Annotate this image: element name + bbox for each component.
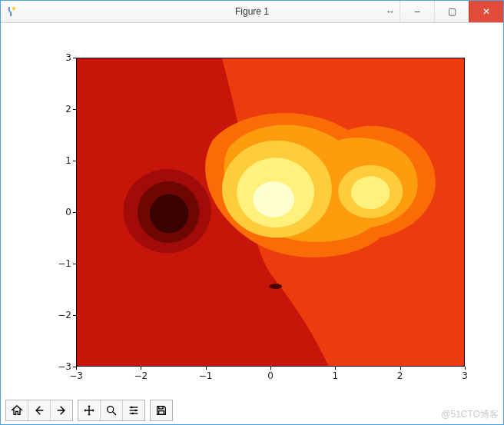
svg-point-4 bbox=[253, 181, 294, 217]
svg-point-6 bbox=[351, 176, 390, 209]
x-tick-label: 1 bbox=[333, 370, 339, 381]
pan-button[interactable] bbox=[78, 400, 101, 420]
watermark-text: @51CTO博客 bbox=[441, 408, 499, 421]
svg-point-17 bbox=[134, 410, 137, 412]
y-tick-mark bbox=[73, 315, 76, 316]
move-icon bbox=[83, 404, 95, 417]
close-button[interactable]: ✕ bbox=[469, 1, 503, 22]
y-tick-mark bbox=[73, 161, 76, 161]
y-tick-mark bbox=[73, 367, 76, 367]
x-tick-mark bbox=[270, 367, 271, 370]
home-icon bbox=[11, 404, 23, 417]
toolbar-group-save bbox=[150, 400, 173, 421]
arrow-left-icon bbox=[33, 404, 45, 417]
x-tick-label: −3 bbox=[69, 370, 83, 381]
x-tick-label: 3 bbox=[462, 370, 468, 381]
svg-rect-19 bbox=[159, 407, 163, 409]
matplotlib-toolbar bbox=[5, 400, 173, 421]
minimize-icon: – bbox=[415, 6, 420, 17]
maximize-button[interactable]: ▢ bbox=[434, 1, 469, 22]
figure-canvas[interactable]: −3−2−10123 −3−2−10123 bbox=[1, 23, 503, 397]
y-tick-label: 0 bbox=[44, 207, 71, 217]
y-tick-mark bbox=[73, 212, 76, 213]
window-root: Figure 1 ↔ – ▢ ✕ bbox=[0, 0, 504, 425]
x-tick-mark bbox=[206, 367, 207, 370]
x-tick-label: −2 bbox=[134, 370, 148, 381]
x-tick-label: −1 bbox=[199, 370, 213, 381]
content-area: −3−2−10123 −3−2−10123 bbox=[1, 23, 503, 424]
y-tick-mark bbox=[73, 58, 76, 58]
svg-line-12 bbox=[113, 412, 116, 415]
x-tick-label: 0 bbox=[267, 370, 274, 381]
save-icon bbox=[155, 404, 167, 417]
titlebar: Figure 1 ↔ – ▢ ✕ bbox=[1, 1, 503, 23]
window-controls: ↔ – ▢ ✕ bbox=[381, 1, 503, 22]
plot-axes bbox=[76, 58, 465, 367]
y-tick-mark bbox=[73, 109, 76, 110]
x-tick-mark bbox=[465, 367, 466, 370]
y-tick-label: 2 bbox=[44, 104, 71, 115]
save-button[interactable] bbox=[151, 400, 172, 420]
zoom-icon bbox=[105, 404, 118, 417]
configure-button[interactable] bbox=[123, 400, 144, 420]
y-tick-label: 1 bbox=[44, 155, 71, 166]
y-tick-label: −1 bbox=[44, 258, 71, 269]
toolbar-group-view bbox=[78, 400, 145, 421]
zoom-button[interactable] bbox=[101, 400, 123, 420]
app-icon bbox=[5, 5, 18, 18]
svg-point-10 bbox=[269, 284, 282, 289]
x-tick-mark bbox=[141, 367, 141, 370]
contour-plot bbox=[77, 58, 464, 366]
x-tick-mark bbox=[335, 367, 336, 370]
minimize-button[interactable]: – bbox=[400, 1, 434, 22]
y-tick-label: −3 bbox=[44, 361, 71, 372]
forward-button[interactable] bbox=[51, 400, 72, 420]
y-tick-label: −2 bbox=[44, 310, 71, 320]
resize-grip-icon[interactable]: ↔ bbox=[381, 1, 400, 22]
close-icon: ✕ bbox=[482, 6, 490, 17]
toolbar-group-nav bbox=[5, 400, 73, 421]
svg-point-11 bbox=[108, 407, 114, 413]
svg-point-9 bbox=[150, 194, 188, 234]
y-tick-mark bbox=[73, 264, 76, 264]
x-tick-mark bbox=[76, 367, 77, 370]
arrow-right-icon bbox=[55, 404, 68, 417]
svg-point-18 bbox=[131, 413, 134, 415]
svg-rect-20 bbox=[159, 411, 164, 415]
svg-point-16 bbox=[131, 407, 133, 409]
maximize-icon: ▢ bbox=[448, 6, 456, 17]
y-tick-label: 3 bbox=[44, 52, 71, 63]
sliders-icon bbox=[128, 404, 140, 417]
x-tick-mark bbox=[400, 367, 401, 370]
x-tick-label: 2 bbox=[397, 370, 403, 381]
home-button[interactable] bbox=[6, 400, 28, 420]
svg-point-0 bbox=[12, 7, 15, 11]
back-button[interactable] bbox=[28, 400, 51, 420]
